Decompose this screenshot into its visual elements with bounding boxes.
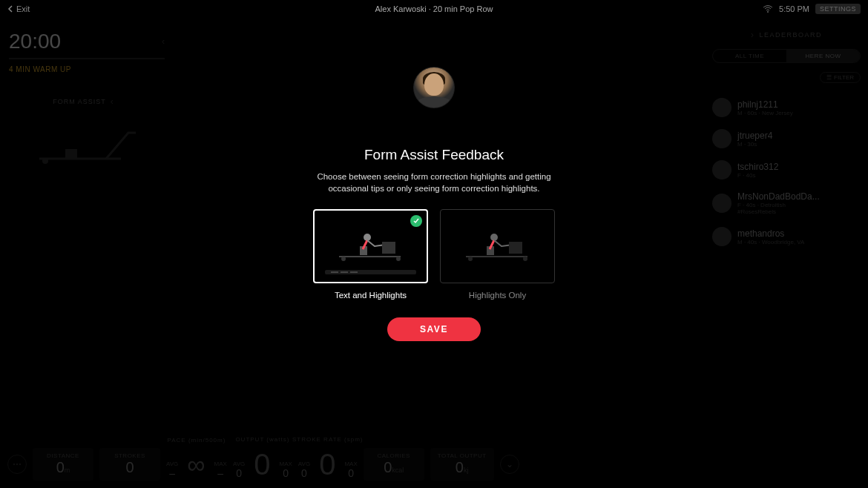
modal-title: Form Assist Feedback (299, 147, 569, 163)
save-button[interactable]: SAVE (387, 317, 481, 341)
filter-button[interactable]: ☰ FILTER (820, 72, 861, 83)
option-label: Text and Highlights (313, 291, 428, 300)
avatar (712, 194, 731, 213)
avatar (712, 227, 731, 246)
instructor-avatar (413, 67, 455, 108)
leaderboard-title: LEADERBOARD (759, 31, 822, 39)
metric-strokes: STROKES 0 (99, 448, 160, 481)
avatar (712, 98, 731, 117)
filter-icon: ☰ (826, 74, 832, 81)
form-assist-title: FORM ASSIST (53, 98, 106, 105)
svg-rect-1 (65, 149, 77, 158)
chevron-left-icon[interactable]: ‹ (111, 96, 114, 107)
clock-time: 5:50 PM (779, 4, 809, 13)
check-icon (410, 215, 422, 227)
avatar (712, 160, 731, 179)
list-item[interactable]: MrsNonDadBodDa... F · 40s · Detroitish #… (712, 185, 861, 221)
svg-point-11 (490, 234, 498, 241)
tab-all-time[interactable]: ALL TIME (713, 50, 786, 62)
timer-panel: 20:00 ‹ 4 MIN WARM UP (9, 30, 165, 73)
tab-here-now[interactable]: HERE NOW (786, 50, 860, 62)
metric-total-output: TOTAL OUTPUT 0kj (430, 448, 494, 481)
chevron-left-icon (7, 5, 13, 13)
wifi-icon (763, 5, 773, 13)
modal-description: Choose between seeing form correction hi… (299, 171, 569, 194)
svg-point-6 (364, 234, 371, 241)
list-item[interactable]: philnj1211 M · 60s · New Jersey (712, 92, 861, 123)
exit-label: Exit (16, 4, 30, 13)
rower-outline-icon (24, 118, 143, 170)
output-value: 0 (254, 449, 270, 479)
class-title: Alex Karwoski · 20 min Pop Row (375, 4, 493, 13)
pace-value: ∞ (187, 450, 205, 479)
chevron-right-icon[interactable]: › (751, 30, 755, 40)
avatar (712, 129, 731, 148)
metrics-bar: ⋯ DISTANCE 0m STROKES 0 PACE (min/500m) … (7, 448, 861, 481)
svg-point-0 (767, 11, 769, 13)
leaderboard-panel: › LEADERBOARD ALL TIME HERE NOW ☰ FILTER… (712, 30, 861, 252)
metric-calories: CALORIES 0kcal (364, 448, 424, 481)
svg-rect-12 (509, 242, 522, 254)
form-assist-panel: FORM ASSIST ‹ (0, 96, 167, 174)
metric-distance: DISTANCE 0m (33, 448, 93, 481)
leaderboard-toggle[interactable]: ALL TIME HERE NOW (712, 49, 861, 63)
option-text-and-highlights[interactable]: Text and Highlights (313, 209, 428, 300)
timer-value: 20:00 (9, 30, 61, 53)
svg-point-3 (341, 257, 346, 261)
option-label: Highlights Only (440, 291, 555, 300)
workout-phase: 4 MIN WARM UP (9, 65, 165, 73)
top-bar: Exit Alex Karwoski · 20 min Pop Row 5:50… (0, 0, 868, 18)
settings-button[interactable]: SETTINGS (815, 4, 861, 14)
leaderboard-list: philnj1211 M · 60s · New Jersey jtrueper… (712, 92, 861, 252)
list-item[interactable]: methandros M · 40s · Woodbridge, VA (712, 221, 861, 252)
svg-point-2 (42, 158, 48, 164)
list-item[interactable]: jtrueper4 M · 30s (712, 123, 861, 154)
rower-preview-icon (330, 224, 412, 268)
list-item[interactable]: tschiro312 F · 40s (712, 154, 861, 185)
svg-point-9 (523, 257, 527, 261)
stroke-rate-value: 0 (319, 449, 335, 479)
expand-right-button[interactable]: ⌄ (500, 455, 519, 474)
chevron-left-icon[interactable]: ‹ (162, 36, 165, 47)
rower-preview-icon (457, 224, 539, 268)
svg-rect-7 (382, 242, 395, 254)
form-assist-modal: Form Assist Feedback Choose between seei… (315, 67, 553, 362)
option-highlights-only[interactable]: Highlights Only (440, 209, 555, 300)
expand-left-button[interactable]: ⋯ (7, 455, 27, 474)
svg-point-4 (396, 257, 401, 261)
svg-point-8 (468, 257, 473, 261)
exit-button[interactable]: Exit (7, 4, 30, 13)
